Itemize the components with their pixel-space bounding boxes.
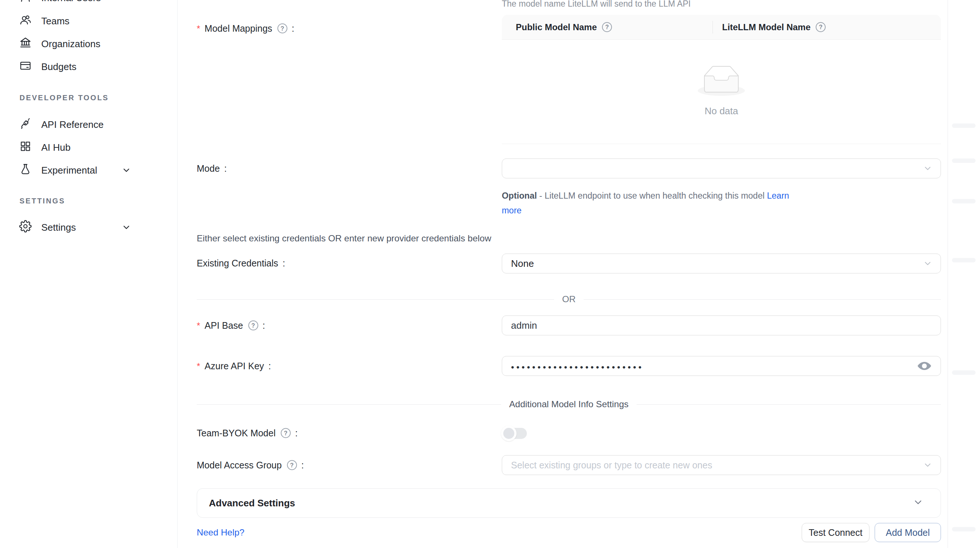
sidebar-item-label: API Reference	[41, 119, 103, 131]
sidebar-item-api-reference[interactable]: API Reference	[0, 114, 177, 135]
advanced-settings-panel[interactable]: Advanced Settings	[197, 488, 941, 518]
column-header-public-model-name: Public Model Name ?	[502, 22, 713, 32]
mode-select-wrap	[502, 158, 941, 178]
chevron-down-icon	[923, 460, 932, 470]
help-icon[interactable]: ?	[281, 428, 291, 438]
model-access-group-label-row: Model Access Group ? :	[197, 460, 304, 471]
eye-icon[interactable]	[917, 360, 932, 371]
api-base-label: API Base	[204, 320, 243, 331]
chevron-down-icon	[923, 259, 932, 268]
learn-more-link[interactable]: Learn	[767, 191, 789, 201]
required-mark: *	[197, 320, 200, 331]
azure-api-key-label: Azure API Key	[204, 361, 264, 371]
sidebar-item-settings[interactable]: Settings	[0, 217, 177, 238]
azure-api-key-input-wrap: •••••••••••••••••••••••••	[502, 356, 941, 376]
sidebar-item-budgets[interactable]: Budgets	[0, 56, 177, 77]
sidebar-item-label: Experimental	[41, 165, 97, 176]
sidebar-item-label: AI Hub	[41, 142, 71, 153]
model-access-group-select-wrap: Select existing groups or type to create…	[502, 455, 941, 475]
sidebar: Internal Users Teams Organizations Budge…	[0, 0, 178, 548]
sidebar-item-label: Organizations	[41, 38, 100, 50]
need-help-link[interactable]: Need Help?	[197, 527, 244, 538]
sidebar-item-experimental[interactable]: Experimental	[0, 160, 177, 181]
table-empty-body: No data	[502, 40, 941, 144]
chevron-down-icon[interactable]	[122, 166, 131, 175]
learn-more-link[interactable]: more	[502, 206, 522, 215]
table-header: Public Model Name ? LiteLLM Model Name ?	[502, 15, 941, 40]
existing-credentials-select[interactable]: None	[502, 253, 941, 274]
help-icon[interactable]: ?	[287, 460, 297, 470]
mode-label: Mode	[197, 163, 220, 174]
team-byok-label-row: Team-BYOK Model ? :	[197, 428, 298, 438]
existing-credentials-label: Existing Credentials	[197, 258, 278, 269]
sidebar-item-ai-hub[interactable]: Experimental AI Hub	[0, 137, 177, 158]
mode-help-text: Optional - LiteLLM endpoint to use when …	[502, 188, 800, 218]
chevron-down-icon	[913, 497, 924, 509]
or-divider: OR	[197, 294, 941, 304]
chevron-down-icon[interactable]	[122, 223, 131, 232]
user-icon	[19, 0, 32, 6]
mode-label-row: Mode :	[197, 163, 227, 174]
api-base-input[interactable]: admin	[502, 315, 941, 335]
required-mark: *	[197, 23, 200, 33]
help-icon[interactable]: ?	[602, 22, 612, 32]
masked-password: •••••••••••••••••••••••••	[511, 360, 644, 372]
credit-card-icon	[19, 59, 32, 75]
additional-settings-divider: Additional Model Info Settings	[197, 399, 941, 409]
sidebar-section-developer-tools: DEVELOPER TOOLS	[19, 92, 109, 103]
sidebar-item-label: Budgets	[41, 61, 76, 73]
existing-credentials-label-row: Existing Credentials :	[197, 258, 285, 269]
mode-select[interactable]	[502, 158, 941, 178]
model-mappings-label-row: * Model Mappings ? :	[197, 23, 294, 34]
credentials-note: Either select existing credentials OR en…	[197, 233, 491, 244]
flask-icon	[19, 163, 32, 178]
model-access-group-label: Model Access Group	[197, 460, 282, 471]
sidebar-item-organizations[interactable]: Organizations	[0, 33, 177, 54]
azure-api-key-input[interactable]: •••••••••••••••••••••••••	[502, 356, 941, 376]
model-mappings-label: Model Mappings	[204, 23, 272, 34]
test-connect-button[interactable]: Test Connect	[802, 523, 869, 542]
add-model-button[interactable]: Add Model	[875, 523, 941, 542]
api-base-input-wrap: admin	[502, 315, 941, 335]
sidebar-item-label: Teams	[41, 16, 70, 27]
required-mark: *	[197, 361, 200, 371]
api-base-label-row: * API Base ? :	[197, 320, 265, 331]
model-mappings-helper: The model name LiteLLM will send to the …	[502, 0, 691, 9]
model-mappings-table: Public Model Name ? LiteLLM Model Name ?…	[502, 15, 941, 144]
column-divider	[713, 21, 713, 33]
chevron-down-icon	[923, 164, 932, 173]
help-icon[interactable]: ?	[816, 22, 826, 32]
empty-box-icon	[698, 65, 745, 97]
existing-credentials-select-wrap: None	[502, 253, 941, 274]
grid-icon	[19, 140, 32, 155]
model-access-group-select[interactable]: Select existing groups or type to create…	[502, 455, 941, 475]
team-byok-label: Team-BYOK Model	[197, 428, 275, 438]
gear-icon	[19, 220, 32, 235]
sidebar-item-label: Settings	[41, 222, 76, 233]
panel-edge-divider	[948, 0, 948, 548]
sidebar-item-teams[interactable]: Teams	[0, 11, 177, 31]
sidebar-item-internal-users[interactable]: Internal Users	[0, 0, 177, 8]
azure-api-key-label-row: * Azure API Key :	[197, 361, 271, 371]
select-placeholder: Select existing groups or type to create…	[511, 460, 712, 471]
column-header-litellm-model-name: LiteLLM Model Name ?	[713, 22, 826, 32]
team-byok-toggle[interactable]	[503, 427, 527, 439]
help-icon[interactable]: ?	[248, 321, 258, 331]
sidebar-item-label: Internal Users	[41, 0, 101, 4]
empty-text: No data	[705, 105, 738, 117]
advanced-settings-label: Advanced Settings	[209, 497, 913, 509]
help-icon[interactable]: ?	[277, 24, 287, 33]
plug-icon	[19, 117, 32, 132]
sidebar-section-settings: SETTINGS	[19, 196, 65, 206]
bank-icon	[19, 37, 32, 52]
teams-icon	[19, 14, 32, 29]
